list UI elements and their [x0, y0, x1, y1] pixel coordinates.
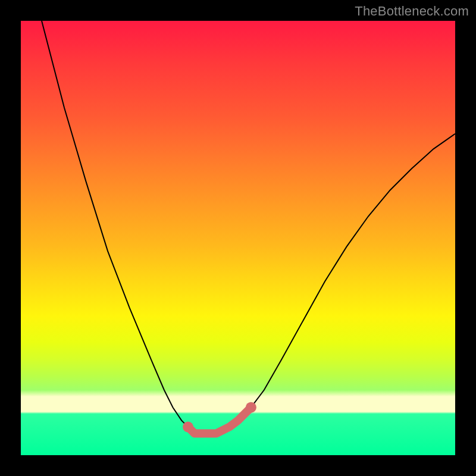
- plot-area: [21, 21, 455, 455]
- trough-highlight-line: [188, 408, 251, 434]
- bottleneck-curve: [42, 21, 455, 434]
- trough-endpoint-dot: [246, 402, 256, 413]
- watermark-text: TheBottleneck.com: [355, 4, 469, 19]
- chart-frame: TheBottleneck.com: [0, 0, 476, 476]
- chart-svg: [21, 21, 455, 455]
- trough-endpoint-dot: [183, 422, 193, 433]
